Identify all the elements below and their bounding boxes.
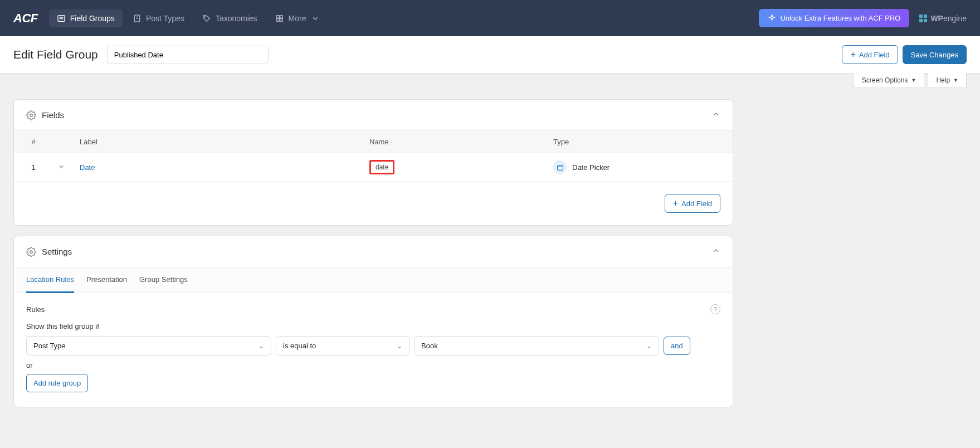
add-field-button-footer[interactable]: + Add Field [665,194,720,213]
help-icon[interactable]: ? [710,304,720,314]
chevron-up-icon [711,110,720,119]
rules-head: Rules ? [26,304,720,314]
screen-options-label: Screen Options [862,76,908,84]
settings-panel-title-text: Settings [42,247,72,256]
svg-point-16 [30,250,33,253]
settings-panel: Settings Location Rules Presentation Gro… [13,236,733,407]
header-left: Edit Field Group [13,46,269,64]
svg-rect-9 [276,18,279,21]
collapse-toggle[interactable] [711,110,720,120]
wpengine-suffix: engine [943,14,967,23]
group-title-input[interactable] [107,46,269,64]
grid-icon [275,14,284,23]
field-type-label: Date Picker [572,163,610,172]
svg-point-6 [204,16,205,17]
help-toggle[interactable]: Help ▼ [928,73,967,88]
sparkle-icon [768,14,776,22]
fields-panel-footer: + Add Field [14,182,733,225]
top-nav-left: ACF Field Groups Post Types Taxonomies M… [13,9,328,27]
field-label-link[interactable]: Date [80,163,95,172]
chevron-down-icon [57,163,65,171]
nav-label: Taxonomies [216,14,257,23]
top-nav: ACF Field Groups Post Types Taxonomies M… [0,0,980,36]
top-nav-right: Unlock Extra Features with ACF PRO WPeng… [759,9,967,27]
unlock-pro-button[interactable]: Unlock Extra Features with ACF PRO [759,9,909,27]
plus-icon: + [673,199,678,208]
wpengine-icon [919,14,927,22]
chevron-down-icon: ⌄ [397,342,402,350]
wpengine-prefix: WP [930,14,943,23]
rule-param-select[interactable]: Post Type ⌄ [26,336,271,356]
rules-heading: Rules [26,305,45,314]
nav-label: Post Types [146,14,184,23]
add-field-button[interactable]: + Add Field [842,45,898,64]
field-name-cell: date [365,153,549,181]
settings-panel-title: Settings [26,247,72,257]
gear-icon [26,247,36,257]
triangle-down-icon: ▼ [953,77,958,83]
settings-body: Rules ? Show this field group if Post Ty… [14,293,733,407]
col-toggle-spacer [53,131,75,153]
rules-sub: Show this field group if [26,322,720,330]
nav-post-types[interactable]: Post Types [125,9,192,27]
calendar-icon [553,160,567,174]
screen-options-toggle[interactable]: Screen Options ▼ [854,73,925,88]
rule-operator-value: is equal to [283,342,316,350]
add-field-label: Add Field [859,51,890,59]
col-type: Type [549,131,733,153]
header-right: + Add Field Save Changes [842,45,967,64]
header-bar: Edit Field Group + Add Field Save Change… [0,36,980,74]
acf-logo: ACF [13,11,38,26]
field-name-chip: date [369,160,394,174]
document-icon [133,14,142,23]
chevron-down-icon: ⌄ [646,342,652,350]
triangle-down-icon: ▼ [911,77,916,83]
unlock-label: Unlock Extra Features with ACF PRO [780,14,900,22]
nav-label: Field Groups [70,14,115,23]
field-label-cell: Date [75,157,365,178]
settings-panel-header: Settings [14,236,733,267]
rule-operator-select[interactable]: is equal to ⌄ [276,336,409,356]
rule-value-value: Book [421,342,438,350]
svg-point-11 [30,114,33,116]
field-order: 1 [14,157,53,178]
fields-panel-header: Fields [14,100,733,130]
screen-options-bar: Screen Options ▼ Help ▼ [0,73,980,88]
tag-icon [202,14,211,23]
rule-row: Post Type ⌄ is equal to ⌄ Book ⌄ and [26,336,720,356]
field-type-cell: Date Picker [549,154,733,181]
tab-group-settings[interactable]: Group Settings [139,267,188,293]
collapse-toggle[interactable] [711,246,720,257]
col-name: Name [365,131,549,153]
svg-rect-7 [276,15,279,18]
chevron-down-icon [311,14,320,23]
field-expand-toggle[interactable] [53,156,75,179]
nav-more[interactable]: More [267,9,328,27]
help-label: Help [936,76,950,84]
save-label: Save Changes [911,51,958,59]
col-label: Label [75,131,365,153]
and-button[interactable]: and [664,337,690,355]
rule-param-value: Post Type [33,342,66,350]
add-field-label: Add Field [681,199,712,208]
nav-field-groups[interactable]: Field Groups [49,9,123,27]
tab-presentation[interactable]: Presentation [86,267,127,293]
page-title: Edit Field Group [13,48,98,61]
field-row: 1 Date date Date Picker [14,153,733,182]
nav-taxonomies[interactable]: Taxonomies [194,9,265,27]
gear-icon [26,110,36,120]
fields-panel-title-text: Fields [42,110,64,120]
fields-panel-title: Fields [26,110,64,120]
rule-value-select[interactable]: Book ⌄ [414,336,659,356]
or-label: or [26,361,720,369]
plus-icon: + [850,50,855,59]
chevron-up-icon [711,246,720,255]
nav-label: More [289,14,306,23]
fields-table-head: # Label Name Type [14,130,733,153]
content: Fields # Label Name Type 1 Date date [0,88,747,434]
save-button[interactable]: Save Changes [903,45,967,64]
col-order: # [14,131,53,153]
tab-location-rules[interactable]: Location Rules [26,267,74,293]
add-rule-group-button[interactable]: Add rule group [26,374,88,392]
wpengine-logo[interactable]: WPengine [919,14,967,23]
